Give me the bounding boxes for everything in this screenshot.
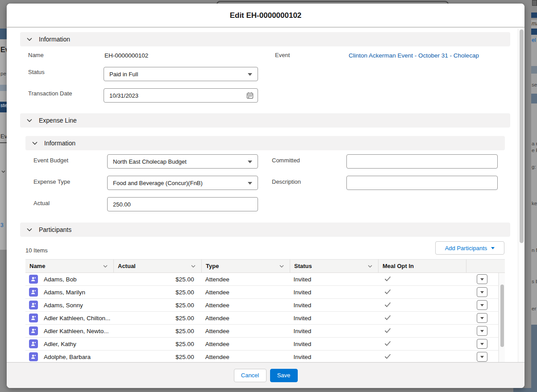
committed-input[interactable] — [346, 154, 498, 169]
add-participants-button[interactable]: Add Participants — [435, 241, 504, 255]
dropdown-arrow-icon — [491, 247, 495, 249]
status-select[interactable]: Paid in Full — [104, 67, 258, 81]
column-header-status[interactable]: Status — [290, 260, 379, 272]
participant-name[interactable]: Adler Kathleen, Chilton... — [44, 315, 110, 322]
background-band — [531, 94, 537, 103]
column-header-meal-opt-in[interactable]: Meal Opt In — [379, 260, 466, 272]
row-menu-button[interactable] — [477, 300, 487, 310]
bg-chevron-icon — [1, 170, 5, 173]
participant-status: Invited — [290, 328, 378, 334]
background-right-strip: maelsea ne Rg:ken Ms ber — [531, 0, 537, 392]
event-budget-select[interactable]: North East Cholecap Budget — [107, 154, 258, 169]
sort-chevron-icon[interactable] — [368, 265, 372, 268]
event-budget-label: Event Budget — [33, 157, 68, 164]
sort-chevron-icon[interactable] — [191, 265, 196, 268]
section-expense-line[interactable]: Expense Line — [20, 113, 510, 128]
participants-rows: Adams, Bob$25.00AttendeeInvitedAdams, Ma… — [25, 273, 505, 362]
cancel-button[interactable]: Cancel — [234, 369, 266, 382]
participant-icon — [29, 339, 38, 348]
check-icon — [384, 328, 391, 333]
participant-name[interactable]: Adler, Kathy — [44, 341, 76, 347]
background-band — [0, 85, 7, 91]
sort-chevron-icon[interactable] — [103, 265, 108, 268]
status-field-label: Status — [28, 69, 45, 75]
dropdown-arrow-icon — [480, 278, 484, 281]
row-menu-button[interactable] — [477, 287, 487, 297]
modal-scrollbar[interactable] — [518, 29, 525, 362]
participant-actual: $25.00 — [114, 302, 202, 309]
check-icon — [384, 289, 391, 294]
row-menu-button[interactable] — [477, 274, 487, 284]
items-count: 10 Items — [25, 247, 48, 254]
check-icon — [384, 276, 391, 281]
table-row: Adler Kathleen, Newto...$25.00AttendeeIn… — [25, 325, 499, 338]
background-text-fragment: g: — [532, 165, 536, 170]
modal-footer: Cancel Save — [7, 362, 525, 388]
participant-actions-cell — [466, 313, 498, 323]
actual-input[interactable] — [107, 197, 258, 211]
expense-type-select[interactable]: Food and Beverage (Concur)(FnB) — [107, 176, 258, 190]
section-expense-information-label: Information — [44, 140, 75, 147]
participant-actual: $25.00 — [114, 289, 202, 296]
participant-name-cell: Adolphe, Barbara — [25, 352, 114, 361]
participant-actions-cell — [466, 326, 498, 336]
transaction-date-input[interactable] — [104, 88, 258, 103]
chevron-down-icon — [26, 37, 33, 41]
row-menu-button[interactable] — [477, 326, 487, 336]
participant-name[interactable]: Adams, Bob — [44, 276, 77, 283]
participant-status: Invited — [290, 276, 378, 283]
participant-type: Attendee — [202, 302, 290, 309]
description-input[interactable] — [346, 176, 498, 190]
section-information[interactable]: Information — [20, 32, 510, 46]
participant-actual: $25.00 — [114, 328, 202, 334]
participant-actions-cell — [466, 352, 498, 362]
name-field-value: EH-0000000102 — [104, 52, 148, 59]
column-header-type[interactable]: Type — [202, 260, 290, 272]
participant-name[interactable]: Adams, Marilyn — [44, 289, 85, 296]
participant-status: Invited — [290, 302, 378, 309]
participant-meal-opt-in — [378, 315, 466, 322]
dropdown-arrow-icon — [480, 317, 484, 319]
edit-record-modal: Edit EH-0000000102 Information Name EH-0… — [7, 4, 525, 388]
section-participants[interactable]: Participants — [20, 223, 510, 237]
participant-name[interactable]: Adolphe, Barbara — [44, 354, 91, 360]
background-text-fragment: pe — [0, 71, 6, 77]
row-menu-button[interactable] — [477, 313, 487, 323]
column-header-name[interactable]: Name — [25, 260, 114, 272]
participant-meal-opt-in — [378, 354, 466, 360]
background-text-fragment: n M — [532, 248, 537, 253]
participant-actual: $25.00 — [114, 276, 202, 283]
row-menu-button[interactable] — [477, 339, 487, 349]
participant-actual: $25.00 — [114, 315, 202, 322]
participant-icon — [29, 352, 38, 361]
dropdown-arrow-icon — [480, 356, 484, 358]
participant-meal-opt-in — [378, 302, 466, 309]
check-icon — [384, 341, 391, 346]
table-row: Adler, Kathy$25.00AttendeeInvited — [25, 338, 499, 351]
column-header-actual[interactable]: Actual — [114, 260, 202, 272]
sort-chevron-icon[interactable] — [279, 265, 284, 268]
column-label: Actual — [118, 263, 136, 269]
background-band — [531, 12, 537, 18]
check-icon — [384, 302, 391, 307]
save-button[interactable]: Save — [270, 369, 298, 382]
participant-type: Attendee — [202, 328, 290, 334]
event-link[interactable]: Clinton Ackerman Event - October 31 - Ch… — [349, 52, 479, 59]
table-scrollbar[interactable] — [499, 273, 505, 362]
participant-actions-cell — [466, 274, 498, 284]
section-expense-information[interactable]: Information — [25, 136, 505, 150]
participant-actual: $25.00 — [114, 354, 202, 360]
participant-name[interactable]: Adler Kathleen, Newto... — [44, 328, 109, 334]
row-menu-button[interactable] — [477, 352, 487, 362]
dropdown-arrow-icon — [248, 73, 252, 76]
name-field-label: Name — [28, 52, 44, 58]
background-left-strip: EvpesteEv3 — [0, 0, 7, 392]
table-scrollbar-thumb[interactable] — [500, 285, 504, 347]
modal-scrollbar-thumb[interactable] — [520, 29, 524, 243]
expense-type-label: Expense Type — [33, 178, 70, 185]
participant-name[interactable]: Adams, Sonny — [44, 302, 83, 309]
actual-label: Actual — [33, 200, 50, 206]
add-participants-label: Add Participants — [445, 245, 487, 252]
participant-name-cell: Adler, Kathy — [25, 339, 114, 348]
chevron-down-icon — [32, 141, 38, 145]
